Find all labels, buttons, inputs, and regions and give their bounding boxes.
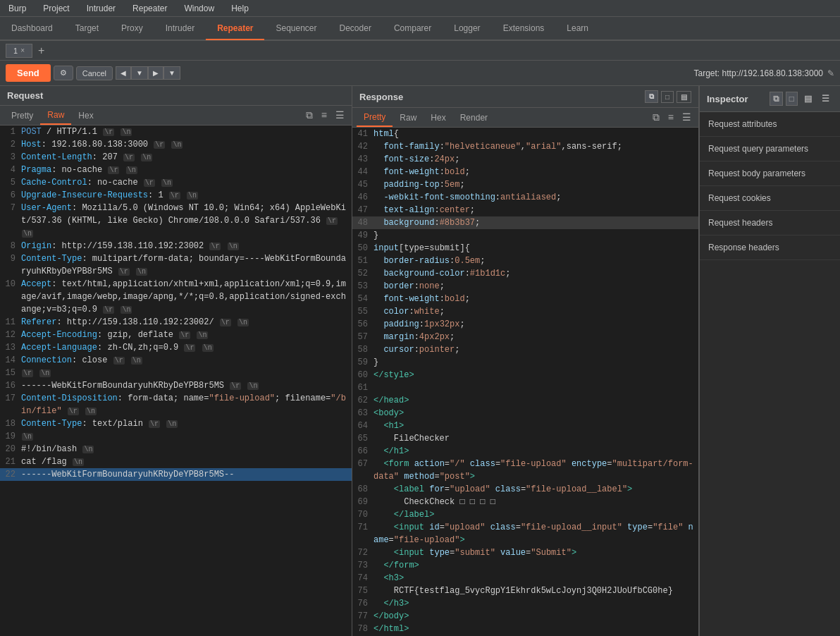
tab-proxy[interactable]: Proxy (110, 18, 154, 40)
response-line-68: 68 <label for="upload" class="file-uploa… (352, 483, 698, 496)
inspector-request-query-params[interactable]: Request query parameters (700, 137, 840, 161)
request-title: Request (7, 90, 43, 101)
response-code-area[interactable]: 41 html{ 42 font-family:"helveticaneue",… (352, 128, 698, 636)
response-view-split-icon[interactable]: ⧉ (645, 90, 658, 103)
response-line-75: 75 RCTF{testflag_5vycRgpY1Ekhrdk5wLcJoyn… (352, 585, 698, 597)
response-line-50: 50 input[type=submit]{ (352, 242, 698, 255)
inspector-request-body-params[interactable]: Request body parameters (700, 161, 840, 186)
response-view-single-icon[interactable]: □ (661, 91, 674, 103)
response-line-65: 65 FileChecker (352, 432, 698, 445)
inspector-view-list-icon[interactable]: ▤ (801, 92, 815, 106)
nav-forward-button[interactable]: ▶ (148, 66, 163, 80)
inspector-response-headers[interactable]: Response headers (700, 236, 840, 260)
response-line-41: 41 html{ (352, 128, 698, 140)
request-line-3: 3 Content-Length: 207 \r \n (0, 151, 352, 164)
response-line-71: 71 <input id="upload" class="file-upload… (352, 521, 698, 546)
session-tab-1[interactable]: 1 × (6, 44, 32, 58)
request-line-16: 16 ------WebKitFormBoundaryuhKRbyDeYPB8r… (0, 379, 352, 392)
request-indent-icon[interactable]: ≡ (319, 108, 330, 123)
menu-help[interactable]: Help (228, 2, 252, 15)
request-line-10: 10 Accept: text/html,application/xhtml+x… (0, 278, 352, 316)
request-line-12: 12 Accept-Encoding: gzip, deflate \r \n (0, 329, 352, 341)
response-line-77: 77 </body> (352, 610, 698, 623)
request-code-area[interactable]: 1 POST / HTTP/1.1 \r \n 2 Host: 192.168.… (0, 126, 352, 636)
response-tab-render[interactable]: Render (453, 109, 495, 126)
response-title: Response (359, 92, 403, 102)
request-line-6: 6 Upgrade-Insecure-Requests: 1 \r \n (0, 189, 352, 202)
request-tab-raw[interactable]: Raw (40, 106, 71, 125)
menu-repeater[interactable]: Repeater (130, 2, 170, 15)
inspector-request-attributes[interactable]: Request attributes (700, 112, 840, 137)
response-menu-icon[interactable]: ☰ (679, 110, 694, 125)
response-view-list-icon[interactable]: ▤ (677, 91, 691, 103)
response-line-57: 57 margin:4px2px; (352, 331, 698, 343)
menu-project[interactable]: Project (40, 2, 72, 15)
tab-dashboard[interactable]: Dashboard (0, 18, 64, 40)
main-content: Request Pretty Raw Hex ⧉ ≡ ☰ 1 POST / HT… (0, 86, 840, 636)
session-close-icon[interactable]: × (20, 47, 25, 54)
request-line-13: 13 Accept-Language: zh-CN,zh;q=0.9 \r \n (0, 341, 352, 354)
inspector-view-split-icon[interactable]: ⧉ (770, 92, 783, 106)
tab-logger[interactable]: Logger (443, 18, 491, 40)
request-tab-pretty[interactable]: Pretty (4, 107, 40, 124)
target-info: Target: http://192.168.80.138:3000 ✎ (694, 68, 834, 78)
inspector-view-panel-icon[interactable]: □ (786, 92, 798, 106)
response-tab-hex[interactable]: Hex (424, 109, 452, 126)
tab-learn[interactable]: Learn (555, 18, 600, 40)
response-line-53: 53 border:none; (352, 280, 698, 293)
tab-sequencer[interactable]: Sequencer (264, 18, 328, 40)
request-line-2: 2 Host: 192.168.80.138:3000 \r \n (0, 138, 352, 151)
menu-window[interactable]: Window (181, 2, 217, 15)
response-view-icons: ⧉ □ ▤ (645, 90, 691, 103)
cancel-button[interactable]: Cancel (76, 66, 113, 80)
response-line-73: 73 </form> (352, 559, 698, 572)
send-button[interactable]: Send (6, 64, 51, 82)
request-line-17: 17 Content-Disposition: form-data; name=… (0, 392, 352, 417)
response-line-74: 74 <h3> (352, 572, 698, 585)
request-menu-icon[interactable]: ☰ (333, 108, 347, 123)
response-line-44: 44 font-weight:bold; (352, 166, 698, 178)
response-line-54: 54 font-weight:bold; (352, 293, 698, 305)
response-line-66: 66 </h1> (352, 445, 698, 458)
inspector-title: Inspector (707, 94, 748, 104)
nav-back-button[interactable]: ◀ (116, 66, 131, 80)
inspector-menu-icon[interactable]: ☰ (818, 92, 833, 106)
response-sub-tabs: Pretty Raw Hex Render ⧉ ≡ ☰ (352, 108, 698, 128)
response-line-56: 56 padding:1px32px; (352, 318, 698, 331)
response-line-55: 55 color:white; (352, 305, 698, 318)
edit-target-icon[interactable]: ✎ (827, 68, 834, 78)
tab-repeater[interactable]: Repeater (206, 18, 264, 40)
tab-extensions[interactable]: Extensions (492, 18, 556, 40)
response-tab-pretty[interactable]: Pretty (357, 109, 393, 127)
response-line-63: 63 <body> (352, 407, 698, 420)
request-tab-hex[interactable]: Hex (71, 107, 100, 124)
target-label: Target: http://192.168.80.138:3000 (694, 68, 823, 78)
settings-icon-button[interactable]: ⚙ (54, 66, 73, 80)
response-line-67: 67 <form action="/" class="file-upload" … (352, 458, 698, 483)
tab-decoder[interactable]: Decoder (328, 18, 383, 40)
nav-forward-dropdown[interactable]: ▼ (163, 66, 180, 80)
menu-burp[interactable]: Burp (6, 2, 29, 15)
request-line-4: 4 Pragma: no-cache \r \n (0, 164, 352, 176)
request-copy-icon[interactable]: ⧉ (303, 108, 316, 123)
menu-bar: Burp Project Intruder Repeater Window He… (0, 0, 840, 17)
inspector-request-headers[interactable]: Request headers (700, 211, 840, 236)
response-line-46: 46 -webkit-font-smoothing:antialiased; (352, 191, 698, 204)
response-line-72: 72 <input type="submit" value="Submit"> (352, 546, 698, 559)
top-tab-bar: Dashboard Target Proxy Intruder Repeater… (0, 17, 840, 41)
response-copy-icon[interactable]: ⧉ (650, 110, 662, 125)
response-line-48: 48 background:#8b3b37; (352, 216, 698, 229)
nav-back-dropdown[interactable]: ▼ (131, 66, 148, 80)
session-tab-label: 1 (13, 47, 18, 55)
tab-comparer[interactable]: Comparer (383, 18, 443, 40)
menu-intruder[interactable]: Intruder (84, 2, 118, 15)
add-session-tab-button[interactable]: + (35, 44, 47, 57)
request-line-20: 20 #!/bin/bash \n (0, 443, 352, 455)
response-tab-raw[interactable]: Raw (393, 109, 424, 126)
tab-intruder[interactable]: Intruder (154, 18, 206, 40)
response-panel-header: Response ⧉ □ ▤ (352, 86, 698, 108)
tab-target[interactable]: Target (64, 18, 110, 40)
inspector-request-cookies[interactable]: Request cookies (700, 186, 840, 211)
response-indent-icon[interactable]: ≡ (665, 110, 677, 125)
request-line-7: 7 User-Agent: Mozilla/5.0 (Windows NT 10… (0, 202, 352, 240)
